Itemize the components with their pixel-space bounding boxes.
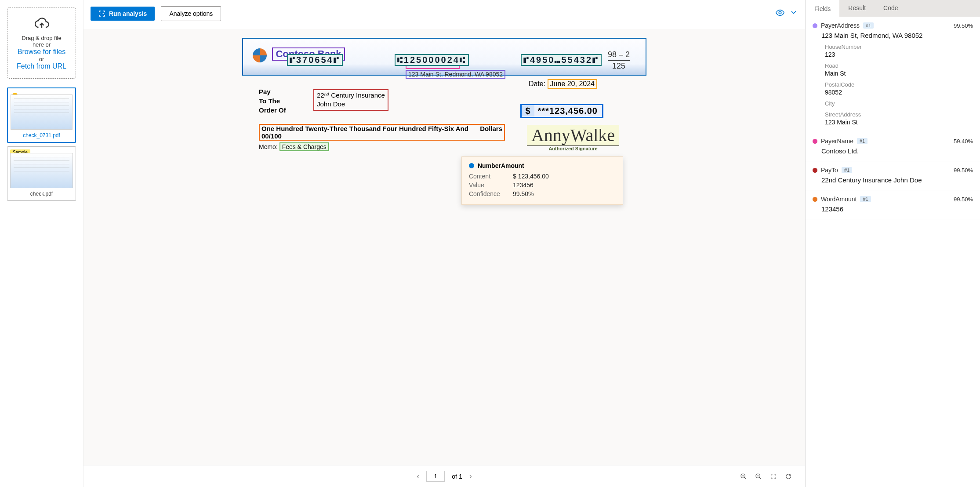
signature-block: AnnyWalke Authorized Signature — [527, 125, 619, 151]
field-box-micr-routing[interactable]: ⑆125000024⑆ — [395, 54, 469, 66]
field-box-payto[interactable]: 22ⁿᵈ Century Insurance John Doe — [313, 89, 388, 111]
tooltip-value: 99.50% — [513, 190, 534, 197]
thumbnail-active[interactable]: check_0731.pdf — [7, 87, 76, 143]
field-box-date[interactable]: June 20, 2024 — [548, 79, 597, 89]
subfield-label: HouseNumber — [825, 44, 973, 50]
canvas-tools — [740, 472, 792, 480]
svg-point-0 — [779, 11, 781, 14]
tooltip-key: Content — [469, 173, 513, 180]
toolbar-right — [775, 8, 798, 19]
signature-image: AnnyWalke — [527, 125, 619, 146]
field-tooltip: NumberAmount Content $ 123,456.00 Value … — [461, 156, 623, 205]
subfield-label: Road — [825, 62, 973, 69]
field-name: PayTo — [821, 167, 838, 174]
next-page-button[interactable]: › — [469, 472, 472, 481]
subfield-value: 123 Main St — [825, 119, 973, 126]
field-color-dot-icon — [813, 197, 817, 202]
pager: ‹ of 1 › — [83, 465, 805, 487]
document-canvas[interactable]: Contoso Bank Contoso Ltd. 123 Main St, R… — [83, 29, 805, 465]
dropzone-line2: here or — [12, 41, 71, 48]
rotate-icon[interactable] — [785, 472, 792, 480]
micr-line: ⑈370654⑈ ⑆125000024⑆ ⑈4950⑉55432⑈ — [287, 54, 602, 66]
field-confidence: 99.50% — [954, 22, 973, 29]
tooltip-title: NumberAmount — [478, 162, 524, 169]
field-value: 22nd Century Insurance John Doe — [813, 176, 973, 184]
field-item[interactable]: PayerAddress #1 99.50% 123 Main St, Redm… — [806, 17, 980, 132]
result-tabs: Fields Result Code — [806, 0, 980, 17]
subfield-label: City — [825, 100, 973, 107]
field-box-number-amount[interactable]: $***123,456.00 — [520, 104, 603, 118]
thumbnail-sample[interactable]: Sample check.pdf — [7, 146, 76, 201]
field-name: PayerName — [821, 138, 853, 145]
field-index-badge: #1 — [860, 196, 871, 202]
field-value: Contoso Ltd. — [813, 147, 973, 155]
eye-icon[interactable] — [775, 8, 785, 19]
tooltip-key: Value — [469, 182, 513, 189]
routing-fraction: 98 – 2 125 — [608, 50, 630, 71]
fetch-url-link[interactable]: Fetch from URL — [17, 62, 66, 70]
field-box-payer-address[interactable]: 123 Main St, Redmond, WA 98052 — [406, 70, 505, 79]
dropzone-or: or — [12, 56, 71, 62]
zoom-out-icon[interactable] — [755, 472, 762, 480]
field-item[interactable]: WordAmount #1 99.50% 123456 — [806, 190, 980, 219]
subfield-label: PostalCode — [825, 81, 973, 88]
tab-fields[interactable]: Fields — [806, 0, 839, 17]
subfield: PostalCode 98052 — [813, 81, 973, 96]
subfield-label: StreetAddress — [825, 111, 973, 118]
tab-result[interactable]: Result — [839, 0, 875, 17]
field-box-micr-check[interactable]: ⑈370654⑈ — [287, 54, 343, 66]
field-value: 123456 — [813, 205, 973, 213]
thumbnail-preview — [10, 153, 73, 188]
zoom-in-icon[interactable] — [740, 472, 747, 480]
memo-line: Memo: Fees & Charges — [259, 143, 329, 150]
field-value: 123 Main St, Redmond, WA 98052 — [813, 32, 973, 39]
field-index-badge: #1 — [863, 22, 874, 29]
field-box-memo[interactable]: Fees & Charges — [279, 142, 329, 151]
thumbnail-preview — [11, 94, 73, 130]
field-name: PayerAddress — [821, 22, 860, 29]
tooltip-value: 123456 — [513, 182, 534, 189]
field-confidence: 99.50% — [954, 196, 973, 203]
field-item[interactable]: PayTo #1 99.50% 22nd Century Insurance J… — [806, 161, 980, 190]
file-dropzone[interactable]: Drag & drop file here or Browse for file… — [7, 7, 76, 79]
analyze-options-button[interactable]: Analyze options — [161, 6, 221, 21]
subfield: HouseNumber 123 — [813, 44, 973, 58]
dollar-sign: $ — [522, 105, 534, 116]
prev-page-button[interactable]: ‹ — [417, 472, 419, 481]
right-panel: Fields Result Code PayerAddress #1 99.50… — [805, 0, 980, 487]
field-color-dot-icon — [813, 139, 817, 144]
field-index-badge: #1 — [857, 138, 867, 144]
field-name: WordAmount — [821, 196, 857, 203]
tooltip-row: Value 123456 — [469, 182, 616, 189]
page-input[interactable] — [426, 471, 445, 482]
date-line: Date: June 20, 2024 — [529, 79, 597, 89]
thumbnail-label: check_0731.pdf — [11, 130, 73, 139]
subfield-value: 98052 — [825, 89, 973, 96]
subfield-value: Main St — [825, 70, 973, 77]
subfield: City — [813, 100, 973, 107]
tooltip-row: Content $ 123,456.00 — [469, 173, 616, 180]
scan-icon — [98, 10, 105, 17]
field-item[interactable]: PayerName #1 59.40% Contoso Ltd. — [806, 132, 980, 161]
browse-files-link[interactable]: Browse for files — [18, 48, 65, 55]
main-panel: Run analysis Analyze options Contoso Ban… — [83, 0, 805, 487]
field-color-dot-icon — [813, 23, 817, 28]
subfield: Road Main St — [813, 62, 973, 77]
fit-icon[interactable] — [770, 472, 777, 480]
tooltip-value: $ 123,456.00 — [513, 173, 549, 180]
dropzone-line1: Drag & drop file — [12, 35, 71, 41]
tab-code[interactable]: Code — [875, 0, 907, 17]
field-confidence: 99.50% — [954, 167, 973, 174]
tooltip-row: Confidence 99.50% — [469, 190, 616, 197]
run-analysis-button[interactable]: Run analysis — [91, 7, 155, 21]
field-box-word-amount[interactable]: One Hundred Twenty-Three Thousand Four H… — [259, 124, 505, 141]
chevron-down-icon[interactable] — [789, 8, 798, 19]
field-confidence: 59.40% — [954, 138, 973, 145]
payto-label: Pay To The Order Of — [259, 87, 286, 115]
check-document: Contoso Bank Contoso Ltd. 123 Main St, R… — [242, 38, 646, 76]
subfield-value: 123 — [825, 51, 973, 58]
bank-logo-icon — [253, 48, 267, 62]
field-box-micr-account[interactable]: ⑈4950⑉55432⑈ — [521, 54, 602, 66]
fields-list[interactable]: PayerAddress #1 99.50% 123 Main St, Redm… — [806, 17, 980, 487]
left-panel: Drag & drop file here or Browse for file… — [0, 0, 83, 487]
